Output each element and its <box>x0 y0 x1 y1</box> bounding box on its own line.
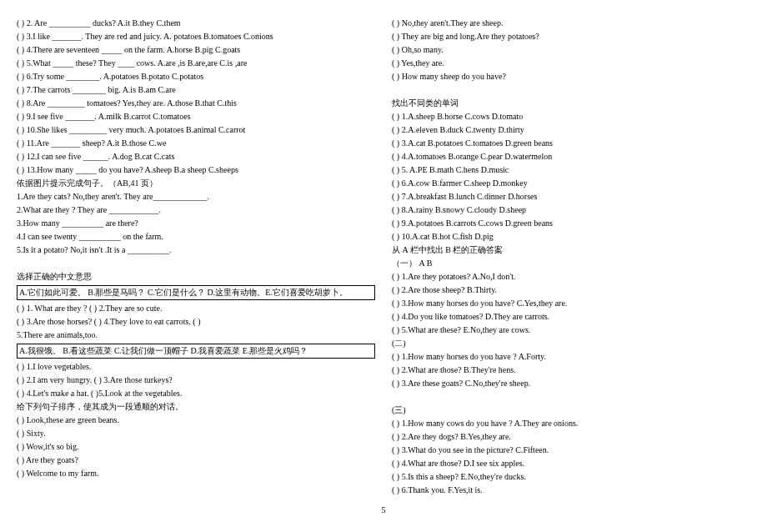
question-8: ( ) 8.Are _________ tomatoes? Yes,they a… <box>17 97 375 110</box>
question-10: ( ) 10.She likes _________ very much. A.… <box>17 123 375 137</box>
section-1-q1: 1.Are they cats? No,they aren't. They ar… <box>17 190 375 203</box>
section-1-q2: 2.What are they ? They are ____________. <box>17 203 375 217</box>
conv-5: ( ) How many sheep do you have? <box>392 70 750 83</box>
page-number: 5 <box>17 505 750 514</box>
question-2: ( ) 2. Are __________ ducks? A.it B.they… <box>17 17 375 30</box>
question-4: ( ) 4.There are seventeen _____ on the f… <box>17 43 375 57</box>
match-title: 从 A 栏中找出 B 栏的正确答案 <box>392 243 750 257</box>
match-1-q5: ( ) 5.What are these? E.No,they are cows… <box>392 324 750 337</box>
odd-q7: ( ) 7.A.breakfast B.lunch C.dinner D.hor… <box>392 190 750 203</box>
section-2b-q2: ( ) 2.I am very hungry. ( ) 3.Are those … <box>17 374 375 387</box>
section-3-q3: ( ) Wow,it's so big. <box>17 440 375 454</box>
odd-q3: ( ) 3.A.cat B.potatoes C.tomatoes D.gree… <box>392 137 750 150</box>
odd-q10: ( ) 10.A.cat B.hot C.fish D.pig <box>392 230 750 243</box>
section-1-q5: 5.Is it a potato? No,it isn't .It is a _… <box>17 243 375 257</box>
section-2b-q4: ( ) 4.Let's make a hat. ( )5.Look at the… <box>17 387 375 400</box>
section-3-q1: ( ) Look,these are green beans. <box>17 414 375 427</box>
section-1-q4: 4.I can see twenty __________ on the far… <box>17 230 375 243</box>
odd-q6: ( ) 6.A.cow B.farmer C.sheep D.monkey <box>392 177 750 190</box>
odd-q8: ( ) 8.A.rainy B.snowy C.cloudy D.sheep <box>392 203 750 217</box>
question-9: ( ) 9.I see five _______. A.milk B.carro… <box>17 110 375 123</box>
odd-q2: ( ) 2.A.eleven B.duck C.twenty D.thirty <box>392 123 750 137</box>
odd-one-out-title: 找出不同类的单词 <box>392 97 750 110</box>
match-3-q1: ( ) 1.How many cows do you have ? A.They… <box>392 417 750 430</box>
match-3-q6: ( ) 6.Thank you. F.Yes,it is. <box>392 484 750 497</box>
match-2-q2: ( ) 2.What are those? B.They're hens. <box>392 364 750 377</box>
match-3-q5: ( ) 5.Is this a sheep? E.No,they're duck… <box>392 470 750 484</box>
match-1-label: （一） A B <box>392 257 750 270</box>
answer-box-1: A.它们如此可爱。 B.那些是马吗？ C.它们是什么？ D.这里有动物。E.它们… <box>17 285 375 300</box>
section-2-q1: ( ) 1. What are they ? ( ) 2.They are so… <box>17 302 375 315</box>
question-13: ( ) 13.How many _____ do you have? A.she… <box>17 163 375 177</box>
match-2-label: (二) <box>392 337 750 350</box>
section-1-q3: 3.How many __________ are there? <box>17 217 375 230</box>
section-2-q3: ( ) 3.Are those horses? ( ) 4.They love … <box>17 315 375 329</box>
conv-3: ( ) Oh,so many. <box>392 43 750 57</box>
question-11: ( ) 11.Are _______ sheep? A.it B.those C… <box>17 137 375 150</box>
match-3-q4: ( ) 4.What are those? D.I see six apples… <box>392 457 750 470</box>
question-5: ( ) 5.What _____ these? They ____ cows. … <box>17 57 375 70</box>
match-1-q2: ( ) 2.Are those sheep? B.Thirty. <box>392 284 750 297</box>
right-column: ( ) No,they aren't.They are sheep. ( ) T… <box>392 17 750 497</box>
question-6: ( ) 6.Try some ________. A.potatoes B.po… <box>17 70 375 83</box>
section-2-title: 选择正确的中文意思 <box>17 270 375 284</box>
answer-box-2: A.我很饿。 B.看这些蔬菜 C.让我们做一顶帽子 D.我喜爱蔬菜 E.那些是火… <box>17 344 375 359</box>
match-3-q3: ( ) 3.What do you see in the picture? C.… <box>392 444 750 457</box>
match-1-q4: ( ) 4.Do you like tomatoes? D.They are c… <box>392 310 750 324</box>
question-3: ( ) 3.I like _______. They are red and j… <box>17 30 375 43</box>
section-1-title: 依据图片提示完成句子。（AB,41 页） <box>17 177 375 190</box>
match-1-q1: ( ) 1.Are they potatoes? A.No,I don't. <box>392 270 750 284</box>
question-12: ( ) 12.I can see five ______. A.dog B.ca… <box>17 150 375 163</box>
conv-1: ( ) No,they aren't.They are sheep. <box>392 17 750 30</box>
section-2b-q1: ( ) 1.I love vegetables. <box>17 360 375 374</box>
section-2-q5: 5.There are animals,too. <box>17 329 375 342</box>
match-1-q3: ( ) 3.How many horses do you have? C.Yes… <box>392 297 750 310</box>
left-column: ( ) 2. Are __________ ducks? A.it B.they… <box>17 17 375 497</box>
section-3-q5: ( ) Welcome to my farm. <box>17 467 375 480</box>
odd-q5: ( ) 5. A.PE B.math C.hens D.music <box>392 163 750 177</box>
question-7: ( ) 7.The carrots ________ big. A.is B.a… <box>17 83 375 97</box>
match-2-q1: ( ) 1.How many horses do you have ? A.Fo… <box>392 350 750 364</box>
section-3-q4: ( ) Are they goats? <box>17 454 375 467</box>
match-3-q2: ( ) 2.Are they dogs? B.Yes,they are. <box>392 430 750 444</box>
conv-4: ( ) Yes,they are. <box>392 57 750 70</box>
match-2-q3: ( ) 3.Are these goats? C.No,they're shee… <box>392 377 750 390</box>
odd-q9: ( ) 9.A.potatoes B.carrots C.cows D.gree… <box>392 217 750 230</box>
section-3-q2: ( ) Sixty. <box>17 427 375 440</box>
odd-q1: ( ) 1.A.sheep B.horse C.cows D.tomato <box>392 110 750 123</box>
odd-q4: ( ) 4.A.tomatoes B.orange C.pear D.water… <box>392 150 750 163</box>
conv-2: ( ) They are big and long.Are they potat… <box>392 30 750 43</box>
section-3-title: 给下列句子排序，使其成为一段通顺的对话。 <box>17 400 375 414</box>
match-3-label: (三) <box>392 404 750 417</box>
